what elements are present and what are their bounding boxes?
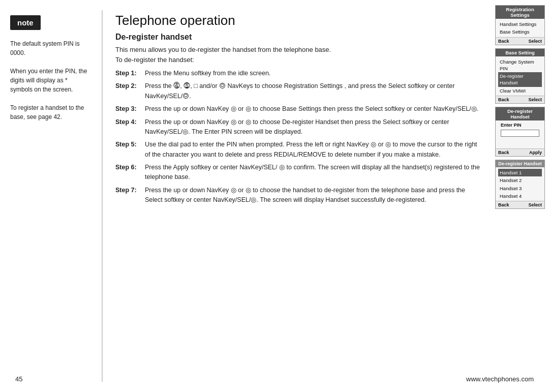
screen1-body: Handset Settings Base Settings xyxy=(496,19,544,37)
step-4-text: Press the up or down NavKey ◎ or ◎ to ch… xyxy=(145,117,483,137)
screen3-apply: Apply xyxy=(529,150,542,155)
step-5: Step 5: Use the dial pad to enter the PI… xyxy=(115,140,483,160)
screen1-back: Back xyxy=(498,39,509,44)
page-title: Telephone operation xyxy=(115,13,483,28)
screen4-footer: Back Select xyxy=(496,201,544,208)
note-box: note xyxy=(10,15,41,30)
step-7-label: Step 7: xyxy=(115,186,145,195)
screen4-body: Handset 1 Handset 2 Handset 3 Handset 4 xyxy=(496,167,544,201)
screen1-select: Select xyxy=(528,39,542,44)
screen1-item-0: Handset Settings xyxy=(498,20,542,28)
step-6-label: Step 6: xyxy=(115,163,145,172)
screen3-header: De-register Handset xyxy=(496,107,544,120)
screen4-item-2: Handset 3 xyxy=(498,185,542,192)
phone-screen-4: De-register Handset Handset 1 Handset 2 … xyxy=(495,160,545,209)
screen4-item-3: Handset 4 xyxy=(498,192,542,200)
step-1-label: Step 1: xyxy=(115,69,145,78)
step-3-label: Step 3: xyxy=(115,104,145,114)
sidebar-text: The default system PIN is 0000. When you… xyxy=(10,39,92,122)
step-2-label: Step 2: xyxy=(115,81,145,91)
screen3-back: Back xyxy=(498,150,509,155)
steps-container: Step 1: Press the Menu softkey from the … xyxy=(115,69,483,205)
phone-screen-3: De-register Handset Enter PIN Back Apply xyxy=(495,107,545,157)
step-3-text: Press the up or down NavKey ◎ or ◎ to ch… xyxy=(145,104,483,114)
page-footer: 45 www.vtechphones.com xyxy=(0,375,549,383)
step-6-text: Press the Apply softkey or center NavKey… xyxy=(145,163,483,183)
section-title: De-register handset xyxy=(115,33,483,42)
sidebar-para-1: The default system PIN is 0000. xyxy=(10,39,92,57)
screen2-select: Select xyxy=(528,97,542,102)
screen4-select: Select xyxy=(528,202,542,207)
step-5-text: Use the dial pad to enter the PIN when p… xyxy=(145,140,483,160)
sidebar-para-3: To register a handset to the base, see p… xyxy=(10,103,92,122)
screen2-body: Change System PIN De-register Handset Cl… xyxy=(496,56,544,96)
step-7-text: Press the up or down NavKey ◎ or ◎ to ch… xyxy=(145,186,483,205)
page-container: note The default system PIN is 0000. Whe… xyxy=(0,0,549,392)
intro-line-2: To de-register the handset: xyxy=(115,56,194,64)
screen2-item-0: Change System PIN xyxy=(498,58,542,73)
intro-text: This menu allows you to de-register the … xyxy=(115,45,483,65)
screen2-item-1: De-register Handset xyxy=(498,72,542,87)
screen1-item-1: Base Settings xyxy=(498,28,542,36)
step-4: Step 4: Press the up or down NavKey ◎ or… xyxy=(115,117,483,137)
screen2-footer: Back Select xyxy=(496,96,544,103)
website: www.vtechphones.com xyxy=(466,375,534,383)
intro-line-1: This menu allows you to de-register the … xyxy=(115,46,331,53)
page-number: 45 xyxy=(15,375,22,383)
step-7: Step 7: Press the up or down NavKey ◎ or… xyxy=(115,186,483,205)
step-4-label: Step 4: xyxy=(115,117,145,127)
screen3-label: Enter PIN xyxy=(498,122,542,128)
step-2-text: Press the ⓸, ⓹, □ and/or ◎ NavKeys to ch… xyxy=(145,81,483,101)
screen3-body: Enter PIN xyxy=(496,120,544,148)
step-1-text: Press the Menu softkey from the idle scr… xyxy=(145,69,483,78)
screen2-header: Base Setting xyxy=(496,49,544,56)
phone-screen-2: Base Setting Change System PIN De-regist… xyxy=(495,48,545,104)
screen2-item-2: Clear VMWI xyxy=(498,87,542,95)
step-2: Step 2: Press the ⓸, ⓹, □ and/or ◎ NavKe… xyxy=(115,81,483,101)
step-5-label: Step 5: xyxy=(115,140,145,149)
sidebar-para-2: When you enter the PIN, the digits will … xyxy=(10,67,92,94)
screen4-header: De-register Handset xyxy=(496,160,544,167)
screen4-item-1: Handset 2 xyxy=(498,176,542,184)
screen3-footer: Back Apply xyxy=(496,148,544,156)
main-content: Telephone operation De-register handset … xyxy=(103,0,493,392)
pin-input-box xyxy=(501,130,539,137)
right-panel: Registration Settings Handset Settings B… xyxy=(493,0,549,392)
step-6: Step 6: Press the Apply softkey or cente… xyxy=(115,163,483,183)
step-1: Step 1: Press the Menu softkey from the … xyxy=(115,69,483,78)
screen4-item-0: Handset 1 xyxy=(498,169,542,176)
phone-screen-1: Registration Settings Handset Settings B… xyxy=(495,5,545,45)
screen4-back: Back xyxy=(498,202,509,207)
left-sidebar: note The default system PIN is 0000. Whe… xyxy=(0,0,102,392)
screen1-header: Registration Settings xyxy=(496,6,544,19)
screen1-footer: Back Select xyxy=(496,37,544,45)
screen2-back: Back xyxy=(498,97,509,102)
step-3: Step 3: Press the up or down NavKey ◎ or… xyxy=(115,104,483,114)
